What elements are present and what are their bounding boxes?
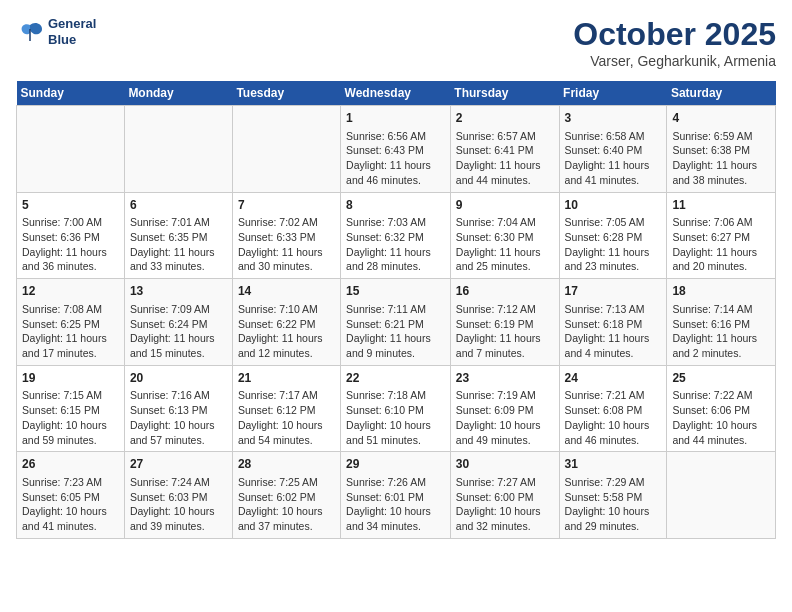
day-info: Sunrise: 7:04 AM Sunset: 6:30 PM Dayligh… — [456, 215, 554, 274]
day-info: Sunrise: 7:22 AM Sunset: 6:06 PM Dayligh… — [672, 388, 770, 447]
calendar-week-row: 1Sunrise: 6:56 AM Sunset: 6:43 PM Daylig… — [17, 106, 776, 193]
header: General Blue October 2025 Varser, Geghar… — [16, 16, 776, 69]
day-number: 21 — [238, 370, 335, 387]
day-number: 26 — [22, 456, 119, 473]
day-info: Sunrise: 7:12 AM Sunset: 6:19 PM Dayligh… — [456, 302, 554, 361]
calendar-cell: 21Sunrise: 7:17 AM Sunset: 6:12 PM Dayli… — [232, 365, 340, 452]
title-block: October 2025 Varser, Gegharkunik, Armeni… — [573, 16, 776, 69]
calendar-cell: 3Sunrise: 6:58 AM Sunset: 6:40 PM Daylig… — [559, 106, 667, 193]
day-number: 18 — [672, 283, 770, 300]
day-info: Sunrise: 7:00 AM Sunset: 6:36 PM Dayligh… — [22, 215, 119, 274]
day-number: 31 — [565, 456, 662, 473]
calendar-cell: 1Sunrise: 6:56 AM Sunset: 6:43 PM Daylig… — [341, 106, 451, 193]
day-number: 30 — [456, 456, 554, 473]
day-info: Sunrise: 7:17 AM Sunset: 6:12 PM Dayligh… — [238, 388, 335, 447]
day-info: Sunrise: 7:01 AM Sunset: 6:35 PM Dayligh… — [130, 215, 227, 274]
calendar-week-row: 5Sunrise: 7:00 AM Sunset: 6:36 PM Daylig… — [17, 192, 776, 279]
calendar-header-row: SundayMondayTuesdayWednesdayThursdayFrid… — [17, 81, 776, 106]
calendar-cell: 9Sunrise: 7:04 AM Sunset: 6:30 PM Daylig… — [450, 192, 559, 279]
day-info: Sunrise: 7:06 AM Sunset: 6:27 PM Dayligh… — [672, 215, 770, 274]
day-number: 4 — [672, 110, 770, 127]
day-number: 19 — [22, 370, 119, 387]
day-info: Sunrise: 7:26 AM Sunset: 6:01 PM Dayligh… — [346, 475, 445, 534]
day-info: Sunrise: 7:29 AM Sunset: 5:58 PM Dayligh… — [565, 475, 662, 534]
day-info: Sunrise: 7:15 AM Sunset: 6:15 PM Dayligh… — [22, 388, 119, 447]
day-header-sunday: Sunday — [17, 81, 125, 106]
day-info: Sunrise: 7:03 AM Sunset: 6:32 PM Dayligh… — [346, 215, 445, 274]
day-number: 11 — [672, 197, 770, 214]
calendar-week-row: 12Sunrise: 7:08 AM Sunset: 6:25 PM Dayli… — [17, 279, 776, 366]
calendar-cell: 13Sunrise: 7:09 AM Sunset: 6:24 PM Dayli… — [124, 279, 232, 366]
day-number: 2 — [456, 110, 554, 127]
day-number: 8 — [346, 197, 445, 214]
day-number: 13 — [130, 283, 227, 300]
calendar-cell: 29Sunrise: 7:26 AM Sunset: 6:01 PM Dayli… — [341, 452, 451, 539]
day-info: Sunrise: 6:59 AM Sunset: 6:38 PM Dayligh… — [672, 129, 770, 188]
day-info: Sunrise: 7:25 AM Sunset: 6:02 PM Dayligh… — [238, 475, 335, 534]
calendar-cell: 2Sunrise: 6:57 AM Sunset: 6:41 PM Daylig… — [450, 106, 559, 193]
day-header-saturday: Saturday — [667, 81, 776, 106]
calendar-cell: 27Sunrise: 7:24 AM Sunset: 6:03 PM Dayli… — [124, 452, 232, 539]
day-number: 29 — [346, 456, 445, 473]
day-number: 10 — [565, 197, 662, 214]
day-info: Sunrise: 7:09 AM Sunset: 6:24 PM Dayligh… — [130, 302, 227, 361]
calendar-cell: 17Sunrise: 7:13 AM Sunset: 6:18 PM Dayli… — [559, 279, 667, 366]
calendar-cell: 31Sunrise: 7:29 AM Sunset: 5:58 PM Dayli… — [559, 452, 667, 539]
calendar-cell — [17, 106, 125, 193]
page-subtitle: Varser, Gegharkunik, Armenia — [573, 53, 776, 69]
day-number: 14 — [238, 283, 335, 300]
day-info: Sunrise: 7:27 AM Sunset: 6:00 PM Dayligh… — [456, 475, 554, 534]
calendar-cell: 5Sunrise: 7:00 AM Sunset: 6:36 PM Daylig… — [17, 192, 125, 279]
day-info: Sunrise: 7:08 AM Sunset: 6:25 PM Dayligh… — [22, 302, 119, 361]
calendar-cell: 23Sunrise: 7:19 AM Sunset: 6:09 PM Dayli… — [450, 365, 559, 452]
day-info: Sunrise: 7:23 AM Sunset: 6:05 PM Dayligh… — [22, 475, 119, 534]
day-number: 9 — [456, 197, 554, 214]
day-header-monday: Monday — [124, 81, 232, 106]
calendar-cell: 14Sunrise: 7:10 AM Sunset: 6:22 PM Dayli… — [232, 279, 340, 366]
day-info: Sunrise: 7:10 AM Sunset: 6:22 PM Dayligh… — [238, 302, 335, 361]
calendar-week-row: 26Sunrise: 7:23 AM Sunset: 6:05 PM Dayli… — [17, 452, 776, 539]
day-number: 15 — [346, 283, 445, 300]
calendar-table: SundayMondayTuesdayWednesdayThursdayFrid… — [16, 81, 776, 539]
day-number: 24 — [565, 370, 662, 387]
day-info: Sunrise: 7:02 AM Sunset: 6:33 PM Dayligh… — [238, 215, 335, 274]
day-number: 25 — [672, 370, 770, 387]
day-info: Sunrise: 7:14 AM Sunset: 6:16 PM Dayligh… — [672, 302, 770, 361]
day-number: 27 — [130, 456, 227, 473]
calendar-cell: 22Sunrise: 7:18 AM Sunset: 6:10 PM Dayli… — [341, 365, 451, 452]
calendar-cell: 20Sunrise: 7:16 AM Sunset: 6:13 PM Dayli… — [124, 365, 232, 452]
day-number: 5 — [22, 197, 119, 214]
day-info: Sunrise: 7:19 AM Sunset: 6:09 PM Dayligh… — [456, 388, 554, 447]
day-header-friday: Friday — [559, 81, 667, 106]
calendar-cell: 19Sunrise: 7:15 AM Sunset: 6:15 PM Dayli… — [17, 365, 125, 452]
day-info: Sunrise: 7:24 AM Sunset: 6:03 PM Dayligh… — [130, 475, 227, 534]
day-header-wednesday: Wednesday — [341, 81, 451, 106]
day-number: 22 — [346, 370, 445, 387]
calendar-cell: 26Sunrise: 7:23 AM Sunset: 6:05 PM Dayli… — [17, 452, 125, 539]
day-info: Sunrise: 7:05 AM Sunset: 6:28 PM Dayligh… — [565, 215, 662, 274]
logo-text: General Blue — [48, 16, 96, 47]
calendar-cell: 28Sunrise: 7:25 AM Sunset: 6:02 PM Dayli… — [232, 452, 340, 539]
day-info: Sunrise: 6:56 AM Sunset: 6:43 PM Dayligh… — [346, 129, 445, 188]
day-header-thursday: Thursday — [450, 81, 559, 106]
calendar-cell: 6Sunrise: 7:01 AM Sunset: 6:35 PM Daylig… — [124, 192, 232, 279]
calendar-cell: 16Sunrise: 7:12 AM Sunset: 6:19 PM Dayli… — [450, 279, 559, 366]
day-info: Sunrise: 6:58 AM Sunset: 6:40 PM Dayligh… — [565, 129, 662, 188]
calendar-cell: 7Sunrise: 7:02 AM Sunset: 6:33 PM Daylig… — [232, 192, 340, 279]
calendar-cell: 24Sunrise: 7:21 AM Sunset: 6:08 PM Dayli… — [559, 365, 667, 452]
day-info: Sunrise: 7:13 AM Sunset: 6:18 PM Dayligh… — [565, 302, 662, 361]
day-number: 28 — [238, 456, 335, 473]
day-number: 17 — [565, 283, 662, 300]
calendar-cell: 10Sunrise: 7:05 AM Sunset: 6:28 PM Dayli… — [559, 192, 667, 279]
logo: General Blue — [16, 16, 96, 47]
day-number: 12 — [22, 283, 119, 300]
day-number: 16 — [456, 283, 554, 300]
page-title: October 2025 — [573, 16, 776, 53]
day-info: Sunrise: 7:21 AM Sunset: 6:08 PM Dayligh… — [565, 388, 662, 447]
calendar-cell: 15Sunrise: 7:11 AM Sunset: 6:21 PM Dayli… — [341, 279, 451, 366]
calendar-cell: 30Sunrise: 7:27 AM Sunset: 6:00 PM Dayli… — [450, 452, 559, 539]
calendar-cell: 18Sunrise: 7:14 AM Sunset: 6:16 PM Dayli… — [667, 279, 776, 366]
day-number: 1 — [346, 110, 445, 127]
day-number: 6 — [130, 197, 227, 214]
day-number: 23 — [456, 370, 554, 387]
